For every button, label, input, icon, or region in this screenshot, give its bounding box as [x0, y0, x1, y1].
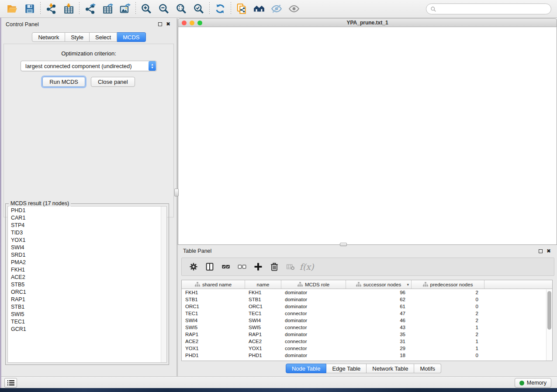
table-row[interactable]: SWI5SWI5connector431 [182, 324, 552, 331]
mcds-result-title: MCDS result (17 nodes) [9, 200, 71, 206]
cell-successor-nodes: 29 [346, 346, 412, 351]
tab-mcds[interactable]: MCDS [117, 32, 145, 42]
mcds-result-item[interactable]: RAP1 [8, 296, 166, 303]
network-window-titlebar[interactable]: YPA_prune.txt_1 [178, 18, 557, 27]
float-panel-icon[interactable] [158, 22, 162, 26]
column-header-successor-nodes[interactable]: successor nodes▾ [346, 280, 412, 289]
mcds-result-item[interactable]: STB1 [8, 303, 166, 310]
table-tab-node-table[interactable]: Node Table [286, 364, 327, 373]
refresh-layout-icon[interactable] [211, 1, 229, 16]
cell-successor-nodes: 46 [346, 318, 412, 323]
hide-eye-icon[interactable] [268, 1, 285, 16]
memory-status-icon [519, 381, 524, 385]
cell-predecessor-nodes: 0 [412, 297, 484, 302]
node-table[interactable]: shared namenameMCDS rolesuccessor nodes▾… [181, 280, 553, 361]
mcds-result-item[interactable]: YOX1 [8, 236, 166, 244]
zoom-selected-icon[interactable] [190, 1, 208, 16]
export-image-icon[interactable] [116, 1, 134, 16]
table-row[interactable]: TEC1TEC1connector472 [182, 310, 552, 317]
close-table-panel-icon[interactable]: ✖ [547, 249, 551, 253]
mcds-result-item[interactable]: SWI5 [8, 310, 166, 318]
column-header-shared-name[interactable]: shared name [182, 280, 245, 289]
desktop-wallpaper-strip [0, 388, 557, 392]
mcds-result-item[interactable]: TID3 [8, 229, 166, 236]
window-maximize-icon[interactable] [197, 21, 202, 25]
table-tab-motifs[interactable]: Motifs [414, 364, 441, 373]
show-eye-icon[interactable] [285, 1, 303, 16]
horizontal-splitter-handle[interactable] [340, 243, 347, 246]
import-table-icon[interactable] [60, 1, 77, 16]
window-minimize-icon[interactable] [190, 21, 194, 25]
table-row[interactable]: RAP1RAP1dominator352 [182, 331, 552, 338]
column-header-predecessor-nodes[interactable]: predecessor nodes [412, 280, 484, 289]
mcds-result-item[interactable]: CAR1 [8, 214, 166, 221]
memory-button[interactable]: Memory [515, 378, 551, 388]
mcds-result-item[interactable]: PMA2 [8, 258, 166, 266]
search-input[interactable] [436, 5, 551, 14]
cell-MCDS-role: dominator [281, 332, 346, 337]
desktop-edge-left [0, 17, 1, 389]
cell-MCDS-role: dominator [281, 290, 346, 295]
home-houses-icon[interactable] [250, 1, 268, 16]
menu-list-button[interactable] [4, 378, 17, 388]
network-canvas[interactable] [178, 27, 557, 245]
import-network-icon[interactable] [42, 1, 60, 16]
zoom-fit-icon[interactable] [173, 1, 190, 16]
export-table-icon[interactable] [99, 1, 116, 16]
save-session-icon[interactable] [21, 1, 38, 16]
table-tab-network-table[interactable]: Network Table [367, 364, 414, 373]
duplicate-network-icon[interactable] [233, 1, 250, 16]
open-file-icon[interactable] [3, 1, 21, 16]
tab-select[interactable]: Select [90, 32, 117, 42]
float-table-panel-icon[interactable] [539, 249, 543, 253]
criterion-dropdown[interactable]: largest connected component (undirected)… [21, 61, 157, 71]
table-row[interactable]: YOX1YOX1connector291 [182, 345, 552, 352]
add-row-icon[interactable] [252, 260, 265, 273]
run-mcds-button[interactable]: Run MCDS [42, 77, 85, 87]
table-row[interactable]: ORC1ORC1dominator610 [182, 303, 552, 310]
tab-network[interactable]: Network [32, 32, 65, 42]
table-panel-title: Table Panel [183, 248, 211, 254]
mcds-result-item[interactable]: SRD1 [8, 251, 166, 258]
mcds-result-item[interactable]: SWI4 [8, 244, 166, 251]
cell-name: ACE2 [245, 339, 281, 344]
search-box[interactable] [426, 3, 551, 14]
table-scrollbar-thumb[interactable] [547, 291, 551, 330]
zoom-in-icon[interactable] [138, 1, 155, 16]
memory-label: Memory [527, 380, 547, 386]
mcds-result-item[interactable]: ACE2 [8, 273, 166, 281]
gear-icon[interactable] [187, 260, 200, 273]
mcds-result-list[interactable]: PHD1CAR1STP4TID3YOX1SWI4SRD1PMA2FKH1ACE2… [7, 206, 167, 363]
mcds-result-item[interactable]: FKH1 [8, 266, 166, 273]
close-panel-icon[interactable]: ✖ [166, 22, 170, 26]
mcds-result-item[interactable]: PHD1 [8, 206, 166, 214]
mcds-list-scrollbar[interactable] [161, 206, 166, 362]
table-row[interactable]: STB1STB1dominator620 [182, 296, 552, 303]
mcds-result-item[interactable]: STP4 [8, 221, 166, 229]
trash-icon[interactable] [268, 260, 281, 273]
mcds-result-item[interactable]: TEC1 [8, 318, 166, 325]
window-close-icon[interactable] [182, 21, 187, 25]
export-network-icon[interactable] [81, 1, 99, 16]
cell-name: TEC1 [245, 311, 281, 316]
application-window: Control Panel ✖ NetworkStyleSelectMCDS O… [0, 0, 557, 392]
tab-style[interactable]: Style [65, 32, 90, 42]
columns-icon[interactable] [203, 260, 216, 273]
mcds-result-item[interactable]: ORC1 [8, 288, 166, 296]
table-tab-edge-table[interactable]: Edge Table [326, 364, 367, 373]
zoom-out-icon[interactable] [155, 1, 173, 16]
select-all-icon[interactable] [219, 260, 232, 273]
mcds-result-item[interactable]: STB5 [8, 281, 166, 288]
table-row[interactable]: PHD1PHD1dominator180 [182, 352, 552, 359]
table-scrollbar[interactable] [546, 289, 552, 361]
table-row[interactable]: FKH1FKH1dominator962 [182, 289, 552, 296]
cell-successor-nodes: 61 [346, 304, 412, 309]
close-panel-button[interactable]: Close panel [91, 77, 135, 87]
column-header-name[interactable]: name [245, 280, 281, 289]
splitter-handle[interactable] [174, 189, 179, 196]
mcds-result-item[interactable]: GCR1 [8, 325, 166, 333]
column-header-MCDS-role[interactable]: MCDS role [281, 280, 346, 289]
table-row[interactable]: ACE2ACE2connector311 [182, 338, 552, 345]
deselect-all-icon[interactable] [235, 260, 249, 273]
table-row[interactable]: SWI4SWI4dominator462 [182, 317, 552, 324]
